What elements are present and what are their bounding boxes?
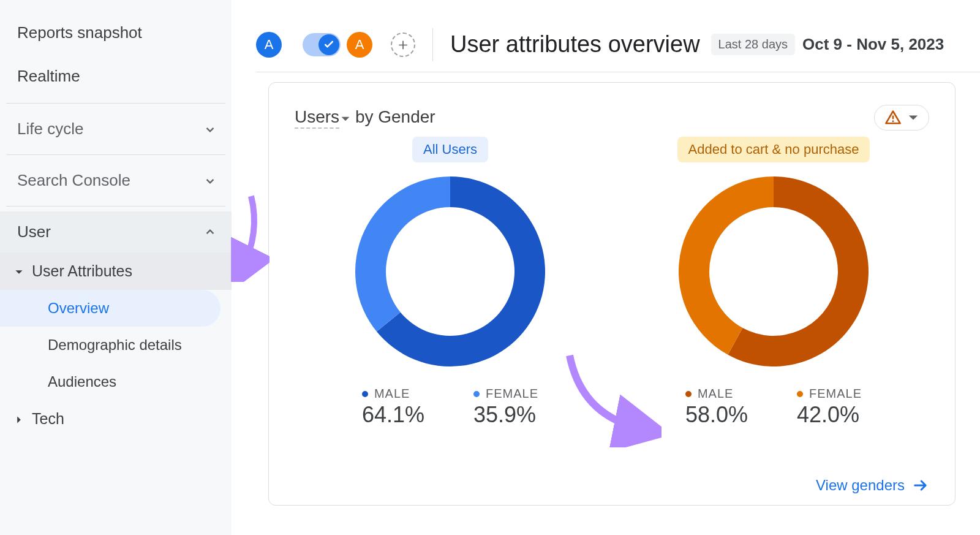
caret-down-icon xyxy=(15,262,26,280)
nav-realtime[interactable]: Realtime xyxy=(0,55,232,98)
legend-dot-icon xyxy=(362,391,368,397)
legend-item-female: FEMALE 35.9% xyxy=(473,387,538,428)
legend-value: 35.9% xyxy=(473,402,536,428)
warning-icon xyxy=(884,109,902,126)
date-range-display[interactable]: Oct 9 - Nov 5, 2023 xyxy=(802,35,944,54)
view-genders-link[interactable]: View genders xyxy=(816,477,929,494)
nav-section-label: Life cycle xyxy=(17,120,83,138)
nav-section-label: Search Console xyxy=(17,171,130,190)
divider xyxy=(6,154,225,155)
nav-sub-label: Tech xyxy=(32,410,64,428)
add-comparison-button[interactable]: ＋ xyxy=(391,32,415,57)
legend-value: 64.1% xyxy=(362,402,424,428)
segment-badge-a-blue[interactable]: A xyxy=(256,32,282,58)
divider xyxy=(432,28,433,61)
data-quality-button[interactable] xyxy=(874,105,929,131)
nav-section-user[interactable]: User xyxy=(0,211,232,252)
divider xyxy=(6,103,225,104)
chevron-up-icon xyxy=(202,224,218,240)
segment-badge-a-orange[interactable]: A xyxy=(347,32,372,58)
nav-reports-snapshot[interactable]: Reports snapshot xyxy=(0,11,232,55)
legend-all-users: MALE 64.1% FEMALE 35.9% xyxy=(362,387,538,428)
chart-added-to-cart: Added to cart & no purchase MALE 58.0% F… xyxy=(618,137,929,428)
metric-selector[interactable]: Users xyxy=(295,107,339,129)
charts-row: All Users MALE 64.1% FEMALE 3 xyxy=(295,137,929,428)
comparison-toggle[interactable] xyxy=(303,33,341,56)
donut-chart-added-to-cart xyxy=(676,173,872,370)
divider xyxy=(6,206,225,207)
comparison-pills: A A ＋ xyxy=(256,32,415,58)
caret-down-icon xyxy=(341,108,350,128)
chevron-down-icon xyxy=(202,173,218,189)
legend-dot-icon xyxy=(685,391,692,397)
nav-leaf-audiences[interactable]: Audiences xyxy=(0,363,232,400)
nav-sub-user-attributes[interactable]: User Attributes xyxy=(0,252,232,290)
chart-all-users: All Users MALE 64.1% FEMALE 3 xyxy=(295,137,606,428)
caret-down-icon xyxy=(908,112,919,123)
legend-added-to-cart: MALE 58.0% FEMALE 42.0% xyxy=(685,387,862,428)
legend-dot-icon xyxy=(797,391,803,397)
donut-chart-all-users xyxy=(352,173,548,370)
nav-sub-tech[interactable]: Tech xyxy=(0,400,232,438)
nav-section-search-console[interactable]: Search Console xyxy=(0,160,232,201)
page-title: User attributes overview xyxy=(450,31,700,58)
nav-section-label: User xyxy=(17,222,51,241)
plus-icon: ＋ xyxy=(395,34,411,55)
gender-card: Users by Gender All Users MALE xyxy=(268,82,956,506)
arrow-right-icon xyxy=(912,477,929,494)
legend-value: 42.0% xyxy=(797,402,859,428)
nav-leaf-overview[interactable]: Overview xyxy=(0,290,221,327)
dimension-label: Gender xyxy=(378,107,435,126)
annotation-arrow-icon xyxy=(227,190,270,282)
card-title[interactable]: Users by Gender xyxy=(295,107,435,128)
legend-item-female: FEMALE 42.0% xyxy=(797,387,862,428)
check-icon xyxy=(318,34,339,55)
nav-leaf-demographic-details[interactable]: Demographic details xyxy=(0,327,232,363)
legend-item-male: MALE 64.1% xyxy=(362,387,424,428)
chevron-down-icon xyxy=(202,121,218,137)
legend-item-male: MALE 58.0% xyxy=(685,387,748,428)
page-header: A A ＋ User attributes overview Last 28 d… xyxy=(256,0,980,72)
caret-right-icon xyxy=(15,410,26,428)
segment-label-added-to-cart: Added to cart & no purchase xyxy=(677,137,870,162)
sidebar-nav: Reports snapshot Realtime Life cycle Sea… xyxy=(0,0,232,535)
segment-label-all-users: All Users xyxy=(412,137,488,162)
nav-section-life-cycle[interactable]: Life cycle xyxy=(0,108,232,150)
svg-point-1 xyxy=(892,120,894,122)
legend-value: 58.0% xyxy=(685,402,748,428)
legend-dot-icon xyxy=(473,391,480,397)
nav-sub-label: User Attributes xyxy=(32,262,132,280)
date-range-preset[interactable]: Last 28 days xyxy=(711,34,795,55)
